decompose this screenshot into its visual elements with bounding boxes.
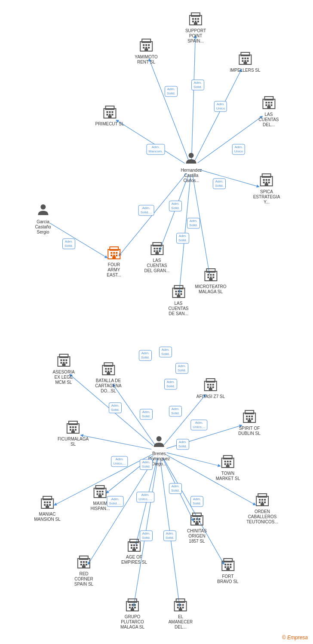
svg-rect-208 (195, 522, 199, 525)
node-hernandez[interactable]: Hernandez Castilla Carlos... (181, 152, 202, 183)
label-hernandez: Hernandez Castilla Carlos... (181, 168, 202, 183)
svg-rect-195 (264, 499, 266, 501)
svg-rect-50 (244, 58, 246, 59)
svg-rect-131 (107, 368, 109, 370)
svg-rect-247 (177, 604, 179, 606)
svg-rect-71 (268, 104, 270, 106)
node-four_army[interactable]: FOUR ARMY EAST... (107, 246, 121, 278)
svg-rect-233 (227, 566, 229, 568)
svg-rect-244 (131, 608, 134, 611)
node-yamimoto[interactable]: YAMIMOTO RENT SL (135, 38, 158, 65)
svg-rect-89 (113, 255, 115, 256)
label-fort_bravo: FORT BRAVO SL (217, 574, 238, 584)
svg-rect-104 (210, 274, 212, 276)
svg-rect-112 (175, 291, 177, 292)
svg-rect-96 (159, 248, 160, 249)
svg-rect-248 (180, 604, 181, 606)
label-orden_caballeros: ORDEN CABALLEROS TEUTONICOS... (246, 509, 278, 525)
node-red_corner[interactable]: RED CORNER SPAIN SL (74, 555, 93, 587)
svg-rect-98 (156, 250, 158, 252)
svg-rect-215 (133, 547, 135, 549)
svg-rect-196 (259, 501, 261, 503)
label-maniac_mansion: MANIAC MANSION SL (34, 512, 61, 522)
node-spirit_dublin[interactable]: SPIRIT OF DUBLIN SL (238, 410, 261, 436)
label-afitasi: AFITASI Z7 SL (196, 394, 225, 399)
node-fort_bravo[interactable]: FORT BRAVO SL (217, 558, 238, 584)
badge-b2: Adm. Solid. (191, 79, 204, 90)
svg-rect-46 (144, 49, 148, 51)
svg-rect-127 (62, 364, 65, 366)
badge-b22: Adm. Solid. (140, 459, 153, 470)
node-orden_caballeros[interactable]: ORDEN CABALLEROS TEUTONICOS... (246, 493, 278, 525)
svg-rect-177 (102, 491, 104, 492)
node-microteatro[interactable]: MICROTEATRO MALAGA SL (195, 268, 226, 295)
node-batalla[interactable]: BATALLA DE CARTAGENA DO...SL (95, 362, 121, 394)
badge-b27: Adm. Solid. (140, 530, 153, 541)
node-garcia[interactable]: Garcia Castaño Sergio (35, 203, 51, 235)
node-chinitas[interactable]: CHINITAS ORIGEN 1857 SL (187, 512, 207, 544)
svg-line-5 (199, 170, 259, 187)
badge-b20: Adm. Solid. (176, 439, 189, 450)
svg-rect-199 (261, 503, 264, 506)
node-maniac_mansion[interactable]: MANIAC MANSION SL (34, 495, 61, 522)
node-age_of_empires[interactable]: AGE OF EMPIRES SL (121, 538, 147, 565)
badge-b18: Adm. Solid. (169, 406, 182, 416)
icon-orden_caballeros (255, 493, 269, 508)
node-town_market[interactable]: TOWN MARKET SL (216, 455, 240, 481)
icon-primecut (103, 105, 117, 121)
svg-rect-31 (192, 18, 194, 20)
svg-rect-253 (179, 608, 182, 611)
svg-rect-214 (131, 547, 132, 549)
node-impellers[interactable]: IMPELLERS SL (230, 52, 260, 73)
svg-rect-95 (156, 248, 158, 249)
svg-rect-154 (71, 431, 75, 433)
node-spica[interactable]: SPICA ESTRATEGIA Y... (253, 173, 280, 205)
label-yamimoto: YAMIMOTO RENT SL (135, 55, 158, 65)
svg-rect-79 (263, 182, 265, 183)
svg-rect-202 (193, 518, 195, 520)
svg-rect-176 (99, 491, 101, 492)
node-support_point[interactable]: SUPPORT POINT SPAIN... (185, 12, 206, 44)
svg-rect-114 (180, 291, 182, 292)
node-ficurmalaga[interactable]: FICURMALAGA SL (58, 420, 89, 447)
svg-rect-149 (72, 426, 74, 428)
node-primecut[interactable]: PRIMECUT SL (95, 105, 124, 127)
icon-fort_bravo (221, 558, 235, 573)
node-asesoria[interactable]: ASESORIA EX LEGE MCM SL (52, 353, 74, 385)
svg-rect-240 (134, 604, 136, 606)
icon-batalla (101, 362, 115, 377)
svg-rect-145 (209, 388, 212, 391)
node-las_cuentas_gran[interactable]: LAS CUENTAS DEL GRAN... (144, 242, 169, 273)
node-afitasi[interactable]: AFITASI Z7 SL (196, 378, 225, 399)
badge-b21: Adm. Unico,... (111, 456, 128, 467)
svg-rect-86 (113, 252, 115, 254)
svg-rect-187 (44, 504, 46, 506)
svg-rect-232 (224, 566, 226, 568)
node-grupo_plutarco[interactable]: GRUPO PLUTARCO MALAGA SL (120, 598, 144, 630)
svg-rect-179 (99, 493, 101, 495)
svg-line-10 (49, 223, 107, 258)
icon-afitasi (204, 378, 218, 393)
node-las_cuentas_del[interactable]: LAS CUENTAS DEL... (258, 96, 279, 128)
svg-rect-143 (210, 386, 212, 388)
svg-rect-230 (227, 564, 229, 565)
svg-rect-133 (105, 371, 107, 372)
svg-rect-186 (49, 501, 51, 503)
svg-rect-211 (131, 544, 132, 546)
svg-rect-166 (224, 461, 226, 462)
svg-rect-181 (98, 495, 102, 498)
badge-b7: Adm. Solid. (62, 238, 75, 249)
svg-rect-72 (270, 104, 272, 106)
node-el_amanecer[interactable]: EL AMANECER DEL... (169, 598, 193, 630)
node-las_cuentas_san[interactable]: LAS CUENTAS DE SAN... (168, 285, 188, 316)
icon-age_of_empires (127, 538, 141, 554)
label-support_point: SUPPORT POINT SPAIN... (185, 28, 206, 44)
svg-rect-206 (196, 521, 198, 522)
badge-b23: Adm. Solid..... (107, 496, 124, 507)
svg-rect-60 (111, 111, 113, 113)
svg-rect-63 (111, 114, 113, 115)
svg-rect-243 (134, 607, 136, 608)
icon-el_amanecer (174, 598, 187, 614)
svg-rect-157 (246, 416, 248, 417)
svg-rect-152 (72, 429, 74, 431)
